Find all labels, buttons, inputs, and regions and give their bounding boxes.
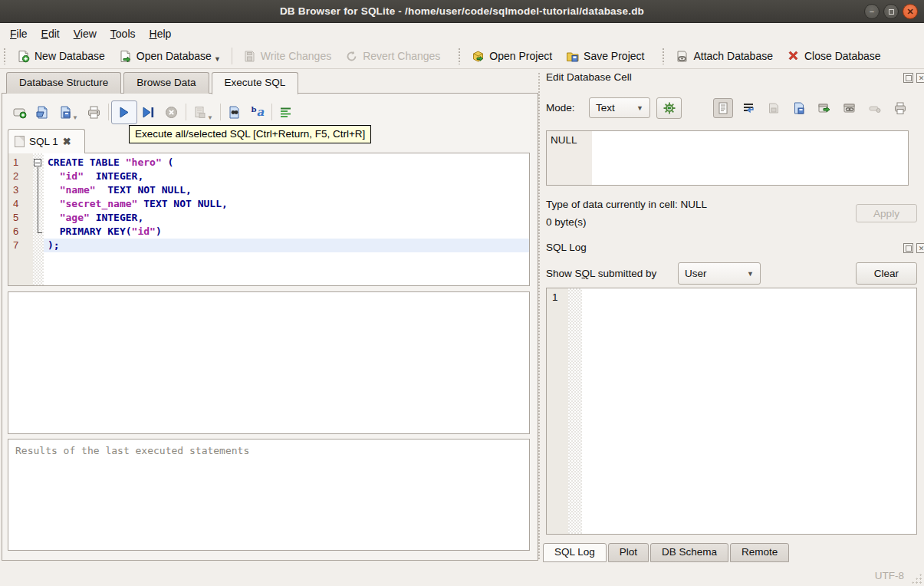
chevron-down-icon: ▼ <box>747 270 754 278</box>
word-wrap-button[interactable] <box>275 101 298 123</box>
tab-remote[interactable]: Remote <box>730 543 789 562</box>
text-document-icon <box>716 101 730 115</box>
cell-size-info: 0 byte(s) <box>546 216 587 228</box>
execute-play-icon <box>117 105 131 120</box>
editor-results-splitter[interactable] <box>8 287 530 291</box>
sql-file-tab-label: SQL 1 <box>29 136 58 147</box>
save-sql-dropdown-icon[interactable]: ▼ <box>72 114 78 121</box>
gear-icon <box>663 101 676 115</box>
editor-code[interactable]: CREATE TABLE "hero" ( "id" INTEGER, "nam… <box>44 153 529 285</box>
sql-log-title: SQL Log <box>546 242 587 253</box>
auto-apply-button[interactable] <box>656 97 682 119</box>
open-external-button[interactable] <box>840 98 860 118</box>
menu-file[interactable]: File <box>3 25 35 43</box>
print-sql-button[interactable] <box>83 101 106 123</box>
sql-toolbar-separator <box>271 104 272 120</box>
open-sql-file-button[interactable] <box>31 101 54 123</box>
tab-database-structure[interactable]: Database Structure <box>6 72 121 94</box>
log-filter-select[interactable]: User ▼ <box>678 262 761 285</box>
results-placeholder-text: Results of the last executed statements <box>8 440 529 462</box>
attach-database-button[interactable]: Attach Database <box>669 47 780 66</box>
menu-tools[interactable]: Tools <box>104 25 143 43</box>
sql-editor[interactable]: 1234567 CREATE TABLE "hero" ( "id" INTEG… <box>8 153 530 286</box>
open-project-button[interactable]: Open Project <box>465 47 559 66</box>
sql-file-tab[interactable]: SQL 1 ✖ <box>8 129 85 153</box>
float-dock-icon[interactable] <box>903 73 913 83</box>
tab-sql-log[interactable]: SQL Log <box>543 543 607 562</box>
open-database-button[interactable]: Open Database ▼ <box>112 47 228 66</box>
cell-value-editor[interactable]: NULL <box>546 130 909 186</box>
save-file-icon <box>58 105 73 120</box>
results-grid-pane[interactable] <box>8 291 530 434</box>
tab-db-schema[interactable]: DB Schema <box>650 543 728 562</box>
save-results-dropdown-icon: ▼ <box>207 114 213 121</box>
titlebar[interactable]: DB Browser for SQLite - /home/user/code/… <box>0 0 924 23</box>
sql-toolbar-separator <box>108 104 109 120</box>
import-data-icon <box>792 101 806 115</box>
menu-help[interactable]: Help <box>143 25 179 43</box>
tab-execute-sql[interactable]: Execute SQL <box>212 72 299 94</box>
editor-fold-column[interactable] <box>33 153 44 285</box>
word-wrap-cell-button[interactable] <box>738 98 758 118</box>
sql-log-view[interactable]: 1 <box>546 288 917 535</box>
toolbar-drag-handle[interactable] <box>3 48 7 64</box>
new-database-icon <box>17 50 30 63</box>
print-cell-button[interactable] <box>890 98 910 118</box>
menu-view[interactable]: View <box>67 25 104 43</box>
float-dock-icon[interactable] <box>903 243 913 253</box>
execute-all-button[interactable] <box>111 100 137 124</box>
import-cell-button[interactable] <box>789 98 809 118</box>
export-cell-button[interactable] <box>814 98 834 118</box>
print-cell-icon <box>893 101 907 115</box>
results-message-pane[interactable]: Results of the last executed statements <box>8 439 530 551</box>
mode-select[interactable]: Text ▼ <box>589 97 650 118</box>
save-cell-icon <box>767 101 781 115</box>
format-sql-button[interactable]: ba <box>246 101 269 123</box>
execute-tooltip: Execute all/selected SQL [Ctrl+Return, F… <box>129 125 371 143</box>
close-sql-tab-icon[interactable]: ✖ <box>63 136 71 147</box>
close-dock-icon[interactable]: ✕ <box>916 243 924 253</box>
close-window-button[interactable]: ✕ <box>903 4 918 19</box>
open-database-dropdown-icon[interactable]: ▼ <box>214 55 221 63</box>
editor-line-numbers: 1234567 <box>8 153 33 285</box>
cell-value-text: NULL <box>547 131 592 185</box>
close-dock-icon[interactable]: ✕ <box>916 73 924 83</box>
maximize-button[interactable] <box>883 4 899 19</box>
open-file-icon <box>35 105 50 120</box>
close-database-button[interactable]: Close Database <box>780 47 888 66</box>
new-database-button[interactable]: New Database <box>10 47 112 66</box>
log-line-number: 1 <box>547 288 568 534</box>
toolbar-drag-handle[interactable] <box>662 48 666 64</box>
save-project-button[interactable]: Save Project <box>559 47 651 66</box>
execute-line-button[interactable] <box>137 101 160 123</box>
cell-type-info: Type of data currently in cell: NULL <box>546 199 707 210</box>
resize-grip[interactable] <box>911 573 922 584</box>
toolbar-separator <box>232 48 232 64</box>
text-mode-button[interactable] <box>713 98 733 118</box>
word-wrap-lines-icon <box>742 101 755 115</box>
set-null-icon <box>868 101 882 115</box>
chevron-down-icon: ▼ <box>636 104 643 112</box>
print-icon <box>87 105 101 120</box>
minimize-button[interactable]: − <box>864 4 880 19</box>
stop-execution-button <box>160 101 183 123</box>
tab-plot[interactable]: Plot <box>608 543 649 562</box>
mode-label: Mode: <box>546 102 575 114</box>
clear-log-button[interactable]: Clear <box>856 262 917 285</box>
attach-database-icon <box>676 50 689 63</box>
dock-resize-handle[interactable] <box>538 72 541 561</box>
results-message-splitter[interactable] <box>8 434 530 438</box>
sql-toolbar-separator <box>186 104 186 120</box>
toolbar-drag-handle[interactable] <box>458 48 462 64</box>
find-replace-button[interactable] <box>223 101 246 123</box>
encoding-indicator: UTF-8 <box>875 570 904 581</box>
find-icon <box>227 105 242 120</box>
open-sql-tab-button[interactable] <box>8 101 31 123</box>
cell-editor-toolbar <box>713 98 910 118</box>
menu-edit[interactable]: Edit <box>35 25 67 43</box>
revert-changes-icon <box>345 50 358 63</box>
save-project-icon <box>566 50 579 63</box>
new-tab-icon <box>12 105 27 120</box>
dock-splitter[interactable] <box>546 232 917 236</box>
tab-browse-data[interactable]: Browse Data <box>123 72 209 94</box>
